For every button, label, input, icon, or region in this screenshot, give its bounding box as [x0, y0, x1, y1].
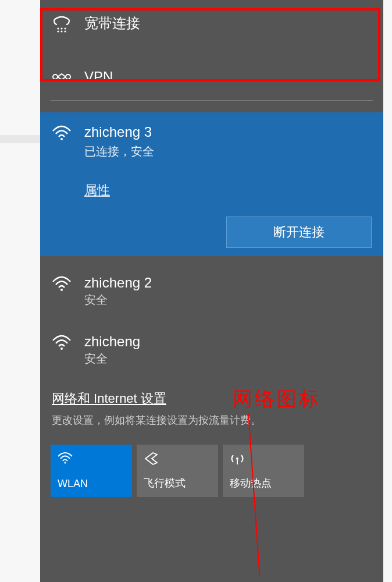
wifi-icon — [52, 275, 72, 308]
wifi-icon — [58, 452, 125, 467]
wifi-properties-link[interactable]: 属性 — [84, 182, 110, 199]
quick-action-tiles: WLAN 飞行模式 移动热点 — [40, 432, 383, 497]
vpn-label: VPN — [84, 69, 113, 85]
wifi-item-name: zhicheng — [84, 333, 140, 350]
svg-point-9 — [60, 289, 63, 291]
svg-point-7 — [66, 74, 70, 79]
wifi-item-status: 安全 — [84, 292, 152, 308]
dialup-icon — [52, 13, 72, 33]
airplane-icon — [144, 452, 211, 467]
disconnect-button[interactable]: 断开连接 — [226, 217, 372, 248]
airplane-tile-label: 飞行模式 — [144, 476, 211, 490]
wifi-icon — [52, 124, 72, 141]
left-background-strip — [0, 135, 40, 143]
svg-point-4 — [60, 30, 62, 32]
svg-point-6 — [53, 74, 58, 79]
svg-point-12 — [236, 457, 238, 460]
svg-point-1 — [60, 27, 62, 29]
network-settings-link[interactable]: 网络和 Internet 设置 — [52, 390, 166, 407]
svg-point-2 — [64, 27, 66, 29]
wifi-icon — [52, 333, 72, 367]
vpn-item[interactable]: VPN — [40, 58, 383, 100]
section-divider — [51, 100, 373, 101]
svg-point-11 — [64, 462, 66, 463]
wlan-tile[interactable]: WLAN — [51, 445, 132, 497]
wifi-connected-name: zhicheng 3 — [84, 124, 154, 140]
wifi-item-3[interactable]: zhicheng 安全 — [40, 323, 383, 376]
svg-point-8 — [60, 138, 63, 140]
broadband-connection-item[interactable]: 宽带连接 — [40, 0, 383, 58]
hotspot-icon — [230, 452, 297, 467]
wifi-item-status: 安全 — [84, 351, 140, 367]
hotspot-tile-label: 移动热点 — [230, 476, 297, 490]
svg-point-5 — [64, 30, 66, 32]
wifi-item-name: zhicheng 2 — [84, 275, 152, 291]
hotspot-tile[interactable]: 移动热点 — [223, 445, 304, 497]
network-flyout-panel: 宽带连接 VPN zhichen — [40, 0, 383, 582]
vpn-icon — [52, 69, 72, 84]
wifi-item-2[interactable]: zhicheng 2 安全 — [40, 264, 383, 317]
wifi-connected-status: 已连接，安全 — [84, 144, 154, 159]
airplane-mode-tile[interactable]: 飞行模式 — [137, 445, 218, 497]
broadband-label: 宽带连接 — [84, 14, 140, 33]
svg-point-10 — [60, 347, 63, 350]
svg-point-3 — [57, 30, 59, 32]
wlan-tile-label: WLAN — [58, 478, 125, 490]
wifi-connected-item[interactable]: zhicheng 3 已连接，安全 属性 断开连接 — [40, 112, 383, 256]
network-settings-desc: 更改设置，例如将某连接设置为按流量计费。 — [52, 413, 372, 427]
svg-point-0 — [57, 27, 59, 29]
